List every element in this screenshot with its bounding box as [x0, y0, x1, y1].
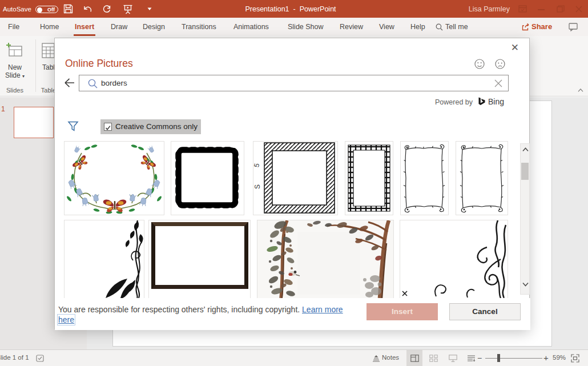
svg-text:5: 5 [253, 163, 261, 168]
svg-text:S: S [253, 184, 261, 189]
